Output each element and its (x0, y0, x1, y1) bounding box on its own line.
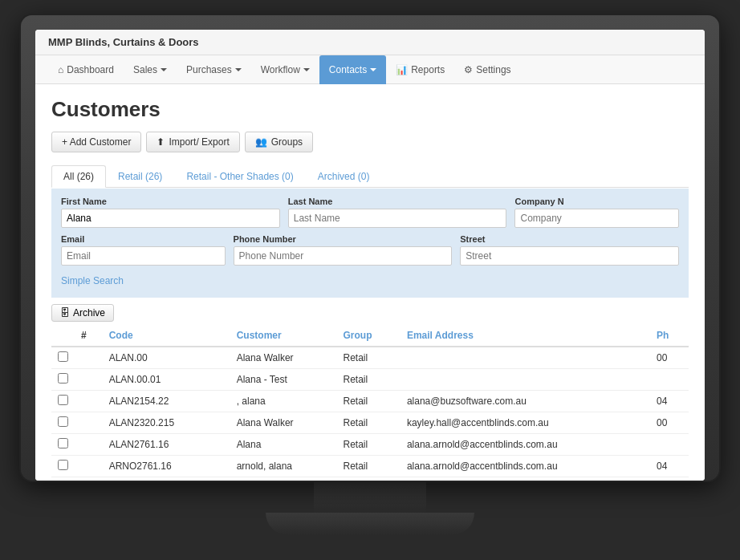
row-customer[interactable]: , alana (230, 391, 337, 412)
row-phone (650, 369, 689, 391)
phone-input[interactable] (234, 246, 453, 266)
nav-reports-label: Reports (411, 64, 445, 75)
table-actions: 🗄 Archive (51, 298, 689, 325)
phone-field: Phone Number (234, 234, 453, 266)
row-code[interactable]: ALAN.00 (103, 347, 230, 369)
row-code[interactable]: ALAN2154.22 (103, 391, 230, 412)
tab-archived[interactable]: Archived (0) (306, 165, 382, 188)
row-num (75, 391, 103, 412)
row-group: Retail (336, 434, 400, 456)
row-checkbox-cell (51, 391, 75, 412)
import-export-button[interactable]: ⬆ Import/ Export (146, 132, 239, 152)
table-row: ALAN2154.22 , alana Retail alana@buzsoft… (51, 391, 689, 412)
table-row: ALAN2320.215 Alana Walker Retail kayley.… (51, 412, 689, 434)
gear-icon: ⚙ (464, 64, 473, 75)
nav-sales-label: Sales (133, 64, 157, 75)
row-email (400, 369, 650, 391)
nav-contacts[interactable]: Contacts (319, 55, 386, 84)
row-code[interactable]: ALAN2761.16 (103, 434, 230, 456)
last-name-field: Last Name (288, 197, 507, 228)
row-code[interactable]: ALAN.00.01 (103, 369, 230, 391)
table-row: ALAN2761.16 Alana Retail alana.arnold@ac… (51, 434, 689, 456)
email-input[interactable] (61, 246, 226, 266)
row-group: Retail (336, 456, 400, 477)
tabs-bar: All (26) Retail (26) Retail - Other Shad… (51, 165, 689, 188)
row-email (400, 347, 650, 369)
search-row-2: Email Phone Number Street (61, 234, 679, 266)
simple-search-link[interactable]: Simple Search (61, 272, 679, 290)
email-field: Email (61, 234, 226, 266)
groups-button[interactable]: 👥 Groups (245, 132, 313, 152)
row-code[interactable]: ARNO2761.16.1 (103, 477, 230, 481)
row-group: Retail (336, 477, 400, 481)
chevron-down-icon (235, 68, 242, 71)
row-email (400, 477, 650, 481)
row-checkbox[interactable] (58, 438, 68, 448)
row-code[interactable]: ALAN2320.215 (103, 412, 230, 434)
nav-workflow-label: Workflow (261, 64, 300, 75)
row-checkbox-cell (51, 456, 75, 477)
row-code[interactable]: ARNO2761.16 (103, 456, 230, 477)
company-field: Company N (514, 197, 679, 228)
customers-table: # Code Customer Group Email Address Ph A… (51, 325, 689, 481)
col-group: Group (336, 325, 400, 347)
tab-all[interactable]: All (26) (51, 165, 106, 188)
row-email: alana.arnold@accentblinds.com.au (400, 434, 650, 456)
row-customer[interactable]: Alana Walker (230, 412, 337, 434)
phone-label: Phone Number (234, 234, 453, 244)
tab-retail[interactable]: Retail (26) (106, 165, 174, 188)
row-num (75, 369, 103, 391)
company-input[interactable] (514, 209, 679, 228)
col-num: # (75, 325, 103, 347)
action-buttons: + Add Customer ⬆ Import/ Export 👥 Groups (51, 132, 689, 152)
row-customer[interactable]: Alana - Test (230, 369, 337, 391)
row-checkbox[interactable] (58, 373, 68, 383)
row-checkbox[interactable] (58, 460, 68, 470)
monitor-stand-base (266, 513, 474, 535)
col-checkbox (51, 325, 75, 347)
row-checkbox-cell (51, 412, 75, 434)
col-code: Code (103, 325, 230, 347)
row-checkbox[interactable] (58, 416, 68, 427)
row-num (75, 434, 103, 456)
row-group: Retail (336, 369, 400, 391)
search-section: First Name Last Name Company N (51, 189, 689, 298)
row-checkbox-cell (51, 477, 75, 481)
import-export-label: Import/ Export (169, 136, 229, 148)
row-customer[interactable]: arnold, alana (230, 456, 337, 477)
add-customer-button[interactable]: + Add Customer (51, 132, 141, 152)
row-customer[interactable]: Alana (230, 434, 337, 456)
nav-purchases[interactable]: Purchases (177, 55, 251, 84)
tab-retail-other[interactable]: Retail - Other Shades (0) (174, 165, 305, 188)
archive-button[interactable]: 🗄 Archive (51, 304, 114, 322)
row-customer[interactable]: Alana Walker (230, 347, 337, 369)
row-num (75, 347, 103, 369)
row-customer[interactable]: arnold, alana (230, 477, 337, 481)
row-group: Retail (336, 347, 400, 369)
nav-dashboard[interactable]: ⌂ Dashboard (48, 55, 124, 84)
row-num (75, 456, 103, 477)
nav-settings-label: Settings (476, 64, 510, 75)
table-row: ALAN.00 Alana Walker Retail 00 (51, 347, 689, 369)
nav-contacts-label: Contacts (329, 64, 367, 75)
nav-settings[interactable]: ⚙ Settings (454, 55, 520, 84)
first-name-input[interactable] (61, 209, 280, 228)
street-input[interactable] (460, 246, 679, 266)
nav-reports[interactable]: 📊 Reports (386, 55, 454, 84)
navbar: ⌂ Dashboard Sales Purchases Workflow Con… (35, 55, 705, 84)
table-row: ARNO2761.16 arnold, alana Retail alana.a… (51, 456, 689, 477)
row-phone: 00 (650, 412, 689, 434)
nav-purchases-label: Purchases (186, 64, 232, 75)
email-label: Email (61, 234, 226, 244)
nav-workflow[interactable]: Workflow (251, 55, 319, 84)
nav-sales[interactable]: Sales (124, 55, 177, 84)
row-group: Retail (336, 391, 400, 412)
report-icon: 📊 (396, 64, 408, 75)
row-phone (650, 434, 689, 456)
last-name-input[interactable] (288, 209, 507, 228)
row-checkbox[interactable] (58, 395, 68, 405)
monitor-stand-neck (314, 481, 426, 513)
row-checkbox[interactable] (58, 351, 68, 362)
row-checkbox-cell (51, 434, 75, 456)
street-label: Street (460, 234, 679, 244)
